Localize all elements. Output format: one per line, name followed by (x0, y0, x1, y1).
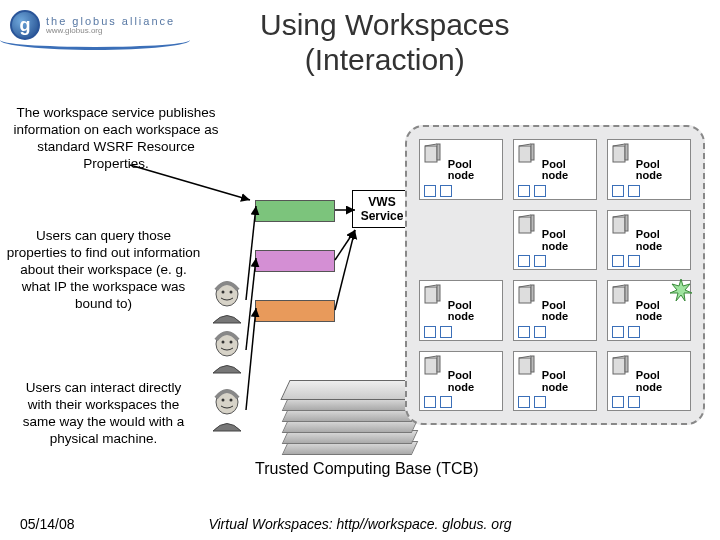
user-icon (207, 280, 247, 324)
svg-point-1 (222, 291, 225, 294)
svg-rect-24 (425, 287, 437, 303)
user-icon (207, 388, 247, 432)
svg-rect-12 (519, 146, 531, 162)
pool-node-label: Poolnode (448, 300, 474, 323)
pool-node-label: Poolnode (448, 370, 474, 393)
mini-box-icon (612, 255, 624, 267)
pool-node: Poolnode (513, 351, 597, 412)
mini-box-icon (424, 185, 436, 197)
pool-node: Poolnode (513, 139, 597, 200)
pool-node: Poolnode (607, 351, 691, 412)
pool-node-label: Poolnode (542, 229, 568, 252)
pool-node: Poolnode (513, 210, 597, 271)
svg-rect-27 (519, 287, 531, 303)
svg-rect-22 (625, 215, 628, 231)
svg-rect-34 (425, 358, 437, 374)
mini-box-icon (424, 326, 436, 338)
pool-node-label: Poolnode (636, 370, 662, 393)
pool-node: Poolnode (607, 139, 691, 200)
pool-grid: PoolnodePoolnodePoolnodePoolnodePoolnode… (419, 139, 691, 411)
mini-box-icon (628, 255, 640, 267)
svg-rect-25 (437, 285, 440, 301)
svg-rect-10 (437, 144, 440, 160)
server-icon (423, 142, 441, 164)
logo-swoosh (0, 30, 190, 50)
arrow-green-to-vws (333, 200, 363, 214)
slide-title: Using Workspaces (Interaction) (260, 8, 510, 77)
svg-point-7 (222, 399, 225, 402)
svg-rect-37 (519, 358, 531, 374)
pool-node-label: Poolnode (448, 159, 474, 182)
server-icon (517, 142, 535, 164)
mini-box-icon (440, 185, 452, 197)
pool-node-label: Poolnode (636, 300, 662, 323)
server-icon (611, 213, 629, 235)
svg-rect-21 (613, 217, 625, 233)
user-icon (207, 330, 247, 374)
mini-box-icon (518, 255, 530, 267)
svg-point-4 (222, 341, 225, 344)
svg-rect-30 (613, 287, 625, 303)
svg-line-43 (130, 165, 250, 200)
svg-line-46 (335, 230, 355, 310)
svg-point-2 (230, 291, 233, 294)
svg-rect-38 (531, 356, 534, 372)
arrow-user3-to-orange (242, 302, 262, 417)
mini-box-icon (612, 185, 624, 197)
svg-rect-13 (531, 144, 534, 160)
svg-rect-28 (531, 285, 534, 301)
workspace-box-purple (255, 250, 335, 272)
mini-box-icon (518, 185, 530, 197)
footer-credit: Virtual Workspaces: http//workspace. glo… (0, 516, 720, 532)
svg-rect-19 (531, 215, 534, 231)
mini-box-icon (534, 326, 546, 338)
svg-rect-40 (613, 358, 625, 374)
svg-point-8 (230, 399, 233, 402)
mini-box-icon (628, 396, 640, 408)
starburst-icon (670, 279, 692, 301)
mini-box-icon (628, 326, 640, 338)
mini-box-icon (424, 396, 436, 408)
svg-line-49 (246, 308, 256, 410)
description-interact: Users can interact directly with their w… (16, 380, 191, 448)
pool-node: Poolnode (419, 280, 503, 341)
workspace-box-orange (255, 300, 335, 322)
svg-rect-35 (437, 356, 440, 372)
server-icon (517, 213, 535, 235)
mini-box-icon (534, 255, 546, 267)
workspace-box-green (255, 200, 335, 222)
svg-rect-41 (625, 356, 628, 372)
pool-node: Poolnode (513, 280, 597, 341)
pool-node-label: Poolnode (542, 370, 568, 393)
mini-box-icon (518, 396, 530, 408)
mini-box-icon (440, 326, 452, 338)
svg-point-5 (230, 341, 233, 344)
svg-rect-9 (425, 146, 437, 162)
svg-rect-16 (625, 144, 628, 160)
pool-node-label: Poolnode (542, 300, 568, 323)
description-query: Users can query those properties to find… (6, 228, 201, 312)
server-icon (423, 354, 441, 376)
svg-rect-31 (625, 285, 628, 301)
pool-node-label: Poolnode (636, 159, 662, 182)
mini-box-icon (628, 185, 640, 197)
arrow-desc1-to-boxes (120, 155, 260, 205)
server-stack-icon (285, 380, 415, 455)
svg-rect-15 (613, 146, 625, 162)
mini-box-icon (440, 396, 452, 408)
tcb-label: Trusted Computing Base (TCB) (255, 460, 478, 478)
pool-node-label: Poolnode (542, 159, 568, 182)
pool-node: Poolnode (607, 210, 691, 271)
server-icon (517, 283, 535, 305)
pool-node: Poolnode (419, 139, 503, 200)
server-icon (423, 283, 441, 305)
svg-rect-18 (519, 217, 531, 233)
mini-box-icon (534, 396, 546, 408)
mini-box-icon (612, 326, 624, 338)
pool-node: Poolnode (607, 280, 691, 341)
pool-frame: PoolnodePoolnodePoolnodePoolnodePoolnode… (405, 125, 705, 425)
logo-line1: the globus alliance (46, 15, 175, 27)
mini-box-icon (534, 185, 546, 197)
server-icon (611, 283, 629, 305)
pool-node: Poolnode (419, 351, 503, 412)
